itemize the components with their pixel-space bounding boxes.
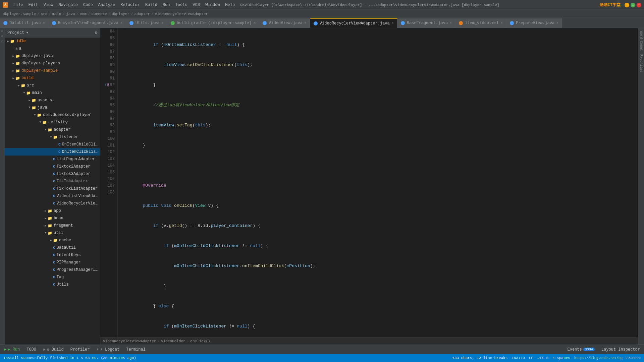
close-tab-icon[interactable]: × bbox=[392, 21, 394, 25]
left-strip-icon2[interactable]: ⚙ bbox=[1, 35, 3, 38]
tree-item-java[interactable]: ▼ 📁 java bbox=[5, 104, 100, 111]
tree-item-com-dueeeke[interactable]: ▼ 📁 com.dueeeke.dkplayer bbox=[5, 111, 100, 119]
close-tab-icon[interactable]: × bbox=[556, 21, 558, 25]
profiler-button[interactable]: Profiler bbox=[69, 347, 91, 353]
tree-item-onitemclicklistener[interactable]: C OnItemClickListener bbox=[5, 148, 100, 156]
status-bar: Install successfully finished in 1 s 68 … bbox=[0, 354, 644, 362]
indent-spaces[interactable]: 4 spaces bbox=[552, 356, 570, 360]
tree-item-tiktok2adapter[interactable]: C Tiktok2Adapter bbox=[5, 163, 100, 170]
tab-videoviewjava[interactable]: VideoView.java × bbox=[259, 18, 310, 28]
menu-bar[interactable]: File Edit View Navigate Code Analyze Ref… bbox=[12, 2, 236, 8]
tab-datautiljava[interactable]: DataUtil.java × bbox=[0, 18, 49, 28]
menu-run[interactable]: Run bbox=[161, 2, 171, 8]
tree-item-intentkeys[interactable]: C IntentKeys bbox=[5, 251, 100, 259]
tree-item-onitemchildclicklistener[interactable]: C OnItemChildClickListener bbox=[5, 141, 100, 148]
status-url: https://blog.csdn.net/qq_33608000 bbox=[574, 356, 641, 360]
tab-basefragment[interactable]: BaseFragment.java × bbox=[397, 18, 455, 28]
tree-item-utils[interactable]: C Utils bbox=[5, 281, 100, 288]
close-button[interactable]: × bbox=[637, 3, 641, 7]
tree-item-assets[interactable]: ▶ 📁 assets bbox=[5, 97, 100, 104]
terminal-button[interactable]: Terminal bbox=[125, 347, 147, 353]
tree-item-a[interactable]: a a bbox=[5, 45, 100, 52]
tab-videorecyclerviewadapter[interactable]: VideoRecyclerViewAdapter.java × bbox=[310, 18, 397, 28]
tree-item-tiktok3adapter[interactable]: C Tiktok3Adapter bbox=[5, 170, 100, 178]
tree-item-src[interactable]: ▶ 📁 src bbox=[5, 82, 100, 89]
favorites-panel[interactable]: Favorites bbox=[639, 53, 644, 74]
gradle-file-icon bbox=[171, 21, 175, 25]
menu-refactor[interactable]: Refactor bbox=[119, 2, 141, 8]
tree-item-tag[interactable]: C Tag bbox=[5, 274, 100, 281]
tree-item-tiktoklistadapter[interactable]: C TikTokListAdapter bbox=[5, 185, 100, 192]
tree-item-util[interactable]: ▼ 📁 util bbox=[5, 229, 100, 237]
breadcrumb-onclick[interactable]: onClick() bbox=[190, 339, 210, 343]
minimize-button[interactable]: − bbox=[625, 3, 629, 7]
line-ending[interactable]: LF bbox=[529, 356, 533, 360]
build-button[interactable]: ⚒ ⚒ Build bbox=[42, 346, 65, 353]
code-line-97: } else { bbox=[122, 303, 638, 310]
menu-window[interactable]: Window bbox=[204, 2, 221, 8]
menu-code[interactable]: Code bbox=[82, 2, 94, 8]
tree-item-adapter[interactable]: ▼ 📁 adapter bbox=[5, 126, 100, 133]
tab-utilsjava[interactable]: Utils.java × bbox=[126, 18, 167, 28]
close-tab-icon[interactable]: × bbox=[43, 21, 45, 25]
xml-file-icon bbox=[459, 21, 463, 25]
menu-view[interactable]: View bbox=[42, 2, 55, 8]
project-settings-icon[interactable]: ⚙ bbox=[95, 30, 97, 35]
left-strip-icon[interactable]: ⊞ bbox=[1, 29, 3, 33]
tree-item-dkplayer-java[interactable]: ▶ 📁 dkplayer-java bbox=[5, 52, 100, 60]
close-tab-icon[interactable]: × bbox=[450, 21, 452, 25]
tree-item-pipmanager[interactable]: C PIPManager bbox=[5, 259, 100, 266]
tree-item-videorecyclerviewadapter[interactable]: C VideoRecyclerViewAdapter bbox=[5, 200, 100, 207]
tree-item-activity[interactable]: ▼ 📁 activity bbox=[5, 119, 100, 126]
project-dropdown-icon[interactable]: ▼ bbox=[26, 31, 28, 35]
tree-item-tiktokadapter[interactable]: C TikTokAdapter bbox=[5, 178, 100, 185]
tree-item-cache[interactable]: ▶ 📁 cache bbox=[5, 237, 100, 244]
tree-item-bean[interactable]: ▶ 📁 bean bbox=[5, 215, 100, 222]
run-button[interactable]: ▶ ▶ Run bbox=[3, 346, 21, 353]
menu-file[interactable]: File bbox=[12, 2, 24, 8]
close-tab-icon[interactable]: × bbox=[254, 21, 256, 25]
cursor-position[interactable]: 103:10 bbox=[512, 356, 525, 360]
menu-vcs[interactable]: VCS bbox=[192, 2, 202, 8]
code-content[interactable]: if (mOnItemClickListener != null) { item… bbox=[118, 28, 638, 337]
logcat-button[interactable]: ⚡ ⚡ Logcat bbox=[95, 346, 121, 353]
tab-prepareview[interactable]: PrepareView.java × bbox=[506, 18, 562, 28]
tab-buildgradle[interactable]: build.gradle (:dkplayer-sample) × bbox=[167, 18, 259, 28]
breadcrumb-videoholder[interactable]: VideoHolder bbox=[161, 339, 185, 343]
close-tab-icon[interactable]: × bbox=[501, 21, 503, 25]
menu-help[interactable]: Help bbox=[224, 2, 236, 8]
tab-recyclerviewfragment[interactable]: RecyclerViewFragment.java × bbox=[49, 18, 126, 28]
todo-button[interactable]: TODO bbox=[25, 347, 38, 353]
word-count-panel[interactable]: Word Count bbox=[639, 29, 644, 52]
tree-item-build[interactable]: ▶ 📁 build bbox=[5, 74, 100, 82]
menu-analyze[interactable]: Analyze bbox=[97, 2, 116, 8]
tree-item-main[interactable]: ▼ 📁 main bbox=[5, 89, 100, 97]
close-tab-icon[interactable]: × bbox=[305, 21, 307, 25]
close-tab-icon[interactable]: × bbox=[162, 21, 164, 25]
tree-item-fragment[interactable]: ▶ 📁 fragment bbox=[5, 222, 100, 229]
encoding[interactable]: UTF-8 bbox=[537, 356, 548, 360]
tree-item-listpageradapter[interactable]: C ListPagerAdapter bbox=[5, 156, 100, 163]
tree-item-app[interactable]: ▶ 📁 app bbox=[5, 207, 100, 215]
left-strip-icon3[interactable]: ⊡ bbox=[1, 40, 3, 43]
breadcrumb-adapter[interactable]: VideoRecyclerViewAdapter bbox=[103, 339, 156, 343]
tree-item-progressmanagerimpl[interactable]: C ProgressManagerImpl bbox=[5, 266, 100, 274]
close-tab-icon[interactable]: × bbox=[120, 21, 122, 25]
layout-inspector-button[interactable]: Layout Inspector bbox=[600, 347, 641, 353]
menu-edit[interactable]: Edit bbox=[27, 2, 40, 8]
tree-item-idle[interactable]: ▶ 📁 idle bbox=[5, 38, 100, 45]
maximize-button[interactable]: □ bbox=[631, 3, 635, 7]
menu-build[interactable]: Build bbox=[144, 2, 159, 8]
window-controls[interactable]: − □ × bbox=[625, 3, 641, 7]
code-line-85: itemView.setOnClickListener(this); bbox=[122, 62, 638, 68]
tree-item-videolistviewadapter[interactable]: C VideoListViewAdapter bbox=[5, 192, 100, 200]
events-button[interactable]: Events 3334 bbox=[566, 347, 596, 353]
menu-tools[interactable]: Tools bbox=[174, 2, 189, 8]
code-area[interactable]: 84 85 86 87 88 89 90 91 ↑@92 93 94 95 96… bbox=[100, 28, 638, 337]
tab-itemvideo[interactable]: item_video.xml × bbox=[455, 18, 506, 28]
tree-item-dkplayer-players[interactable]: ▶ 📁 dkplayer-players bbox=[5, 60, 100, 67]
tree-item-listener[interactable]: ▼ 📁 listener bbox=[5, 133, 100, 141]
menu-navigate[interactable]: Navigate bbox=[57, 2, 79, 8]
tree-item-dkplayer-sample[interactable]: ▶ 📁 dkplayer-sample bbox=[5, 67, 100, 74]
tree-item-datautil[interactable]: C DataUtil bbox=[5, 244, 100, 251]
